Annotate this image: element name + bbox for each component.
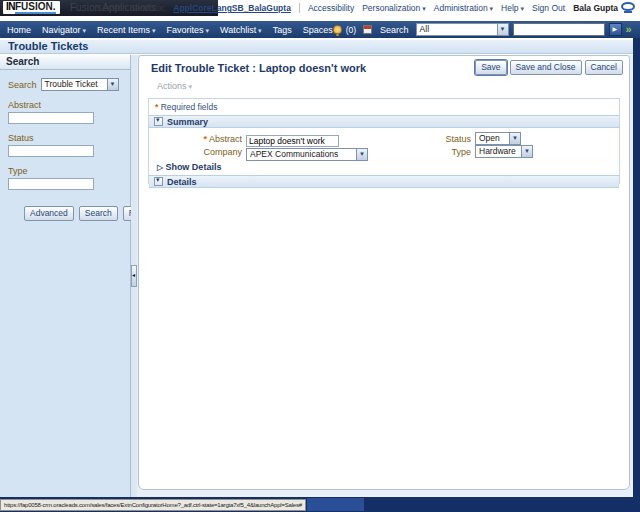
- nav-menu: Home Navigator Recent Items Favorites Wa…: [0, 25, 333, 35]
- page-body: Search Search Trouble Ticket Abstract St…: [0, 55, 640, 497]
- company-label: Company: [149, 147, 246, 157]
- nav-spaces[interactable]: Spaces: [303, 25, 333, 35]
- type-select[interactable]: Hardware: [475, 145, 533, 158]
- session-sandbox-label: Session Sandbox:: [97, 3, 166, 13]
- logo-text-rest: FUSION.: [15, 1, 56, 14]
- ticket-form: * Required fields Summary * Abstract: [148, 98, 620, 184]
- status-bar-segment: [307, 498, 364, 511]
- search-scope-value: All: [417, 24, 497, 35]
- company-select[interactable]: APEX Communications: [246, 148, 368, 161]
- notifications-bell-icon[interactable]: [333, 25, 342, 34]
- saved-search-row: Search Trouble Ticket: [8, 78, 122, 91]
- chevron-down-icon[interactable]: [509, 133, 520, 144]
- status-select[interactable]: Open: [475, 132, 521, 145]
- main-content: Edit Trouble Ticket : Laptop doesn't wor…: [137, 55, 633, 497]
- required-fields-note: * Required fields: [155, 102, 619, 112]
- show-details-toggle[interactable]: Show Details: [157, 162, 619, 172]
- form-row: * Abstract Status Open: [149, 132, 619, 145]
- summary-fields: * Abstract Status Open Company: [149, 132, 619, 158]
- status-search-input[interactable]: [8, 145, 94, 157]
- user-name: Bala Gupta: [573, 3, 618, 13]
- sidebar-header: Search: [0, 55, 130, 70]
- company-cell: APEX Communications: [246, 143, 372, 161]
- details-section-header: Details: [149, 175, 619, 188]
- nav-watchlist[interactable]: Watchlist: [220, 25, 262, 35]
- global-search-input[interactable]: [513, 23, 605, 36]
- edit-ticket-title: Edit Trouble Ticket : Laptop doesn't wor…: [151, 62, 366, 74]
- cancel-button[interactable]: Cancel: [585, 60, 623, 75]
- sidebar-buttons: Advanced Search Reset: [8, 206, 122, 221]
- search-sidebar: Search Search Trouble Ticket Abstract St…: [0, 55, 131, 497]
- status-value: Open: [476, 133, 509, 144]
- type-label: Type: [372, 147, 475, 157]
- nav-recent-items[interactable]: Recent Items: [97, 25, 156, 35]
- chevron-down-icon[interactable]: [497, 24, 508, 35]
- edit-ticket-panel: Edit Trouble Ticket : Laptop doesn't wor…: [138, 55, 630, 490]
- search-scope-select[interactable]: All: [416, 23, 509, 36]
- chevron-down-icon[interactable]: [107, 79, 118, 90]
- search-button[interactable]: Search: [79, 206, 118, 221]
- required-asterisk: *: [155, 102, 158, 112]
- session-sandbox-link[interactable]: ApplCoreLangSB_BalaGupta: [173, 3, 291, 13]
- collapse-summary-icon[interactable]: [154, 117, 163, 126]
- accessibility-link[interactable]: Accessibility: [308, 3, 354, 13]
- saved-search-select[interactable]: Trouble Ticket: [41, 78, 119, 91]
- save-button[interactable]: Save: [475, 60, 506, 75]
- collapse-details-icon[interactable]: [154, 177, 163, 186]
- sidebar-content: Search Trouble Ticket Abstract Status Ty…: [0, 70, 130, 221]
- divider: [299, 3, 300, 13]
- status-bar-url: https://fap0058-crm.oracleads.com/sales/…: [0, 499, 306, 511]
- type-value: Hardware: [476, 146, 521, 157]
- search-label: Search: [380, 25, 409, 35]
- calendar-grid-icon[interactable]: [363, 25, 372, 34]
- saved-search-value: Trouble Ticket: [42, 79, 107, 90]
- help-menu[interactable]: Help: [501, 3, 524, 13]
- save-and-close-button[interactable]: Save and Close: [510, 60, 582, 75]
- summary-section-header: Summary: [149, 115, 619, 128]
- form-row: Company APEX Communications Type Hardwar…: [149, 145, 619, 158]
- global-links: Session Sandbox: ApplCoreLangSB_BalaGupt…: [97, 0, 618, 16]
- summary-section-title: Summary: [167, 117, 208, 127]
- main-navbar: Home Navigator Recent Items Favorites Wa…: [0, 21, 640, 38]
- status-field-label: Status: [8, 133, 122, 143]
- administration-menu[interactable]: Administration: [434, 3, 493, 13]
- app-window: INFUSION. Fusion Applications Session Sa…: [0, 0, 640, 512]
- type-search-input[interactable]: [8, 178, 94, 190]
- search-go-button[interactable]: [609, 23, 622, 36]
- nav-favorites[interactable]: Favorites: [167, 25, 209, 35]
- abstract-label-text: Abstract: [209, 134, 242, 144]
- page-band: Trouble Tickets: [0, 40, 633, 54]
- abstract-search-input[interactable]: [8, 112, 94, 124]
- abstract-label: * Abstract: [149, 134, 246, 144]
- oracle-logo-icon: [621, 2, 635, 11]
- required-note-text: Required fields: [161, 102, 218, 112]
- nav-home[interactable]: Home: [7, 25, 31, 35]
- personalization-menu[interactable]: Personalization: [362, 3, 426, 13]
- sign-out-link[interactable]: Sign Out: [532, 3, 565, 13]
- required-asterisk: *: [203, 134, 207, 144]
- abstract-field-label: Abstract: [8, 100, 122, 110]
- advanced-button[interactable]: Advanced: [24, 206, 74, 221]
- infusion-logo: INFUSION.: [3, 1, 60, 14]
- actions-menu[interactable]: Actions: [157, 81, 192, 91]
- advanced-search-icon[interactable]: »: [626, 24, 632, 35]
- page-title: Trouble Tickets: [0, 40, 633, 53]
- type-field-label: Type: [8, 166, 122, 176]
- window-right-edge: [633, 38, 640, 512]
- company-value: APEX Communications: [247, 149, 356, 160]
- panel-buttons: Save Save and Close Cancel: [475, 60, 623, 75]
- notification-count: (0): [346, 25, 356, 35]
- global-header: INFUSION. Fusion Applications Session Sa…: [0, 0, 640, 16]
- nav-navigator[interactable]: Navigator: [42, 25, 86, 35]
- saved-search-label: Search: [8, 80, 37, 90]
- chevron-down-icon[interactable]: [521, 146, 532, 157]
- nav-search-area: (0) Search All »: [333, 23, 640, 36]
- nav-tags[interactable]: Tags: [273, 25, 292, 35]
- status-label: Status: [372, 134, 475, 144]
- chevron-down-icon[interactable]: [356, 149, 367, 160]
- logo-text-prefix: IN: [6, 1, 15, 12]
- details-section-title: Details: [167, 177, 197, 187]
